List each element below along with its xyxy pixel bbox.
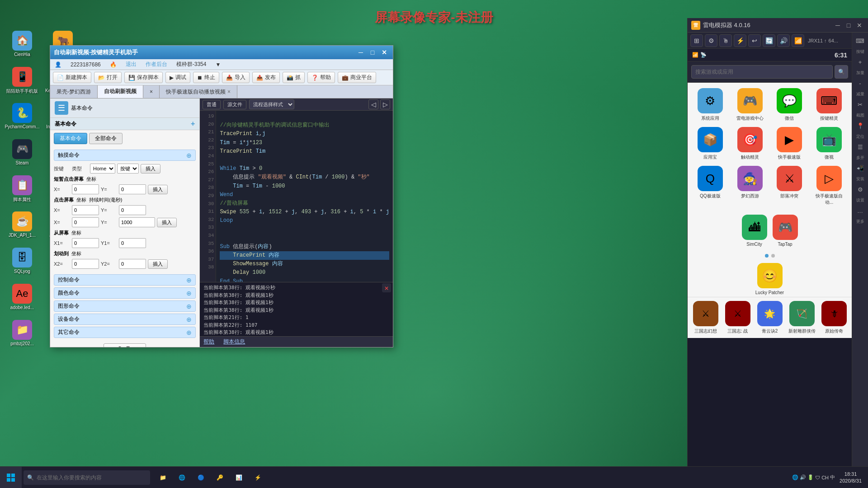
side-location-btn[interactable]: 📍 xyxy=(854,119,867,132)
app-item-menghuanxiyou[interactable]: 🧙 梦幻西游 xyxy=(733,166,767,206)
backend-btn[interactable]: 作者后台 xyxy=(146,61,167,68)
nav-next-btn[interactable]: ▷ xyxy=(380,99,390,109)
desktop-icon-momo[interactable]: 📱 陌陌助手手机版 xyxy=(2,65,42,101)
desktop-icon-scriptattr[interactable]: 📋 脚本属性 xyxy=(2,174,42,210)
click-y-input[interactable] xyxy=(119,205,146,215)
key-insert-btn[interactable]: 插入 xyxy=(141,164,160,174)
restore-btn[interactable]: □ xyxy=(368,47,377,57)
side-volume-up-btn[interactable]: + xyxy=(854,56,867,68)
goto-btn[interactable]: Go To xyxy=(104,343,146,347)
new-script-btn[interactable]: 📄 新建脚本 xyxy=(53,72,91,83)
app-item-buluo[interactable]: ⚔ 部落冲突 xyxy=(773,166,807,206)
home-select[interactable]: Home xyxy=(90,164,115,174)
app-item-luckypatcher[interactable]: 😊 Lucky Patcher xyxy=(755,263,784,295)
color-cmd-section[interactable]: 颜色命令 ⊕ xyxy=(54,287,196,299)
taskbar-keepass[interactable]: 🔑 xyxy=(211,469,229,487)
tab-close-btn[interactable]: × xyxy=(227,89,231,95)
code-editor[interactable]: 1920212223242526272829303132333435363738… xyxy=(200,111,393,282)
app-item-kuaishou[interactable]: ▶ 快手极速版 xyxy=(773,127,807,160)
publish-btn[interactable]: 📤 发布 xyxy=(252,72,280,83)
script-info-btn[interactable]: 脚本信息 xyxy=(223,338,245,346)
slide-y2-input[interactable] xyxy=(119,259,146,269)
start-button[interactable] xyxy=(0,467,22,488)
emu-volume-icon[interactable]: 🔊 xyxy=(777,34,790,47)
desktop-icon-adobe[interactable]: Ae adobe.led... xyxy=(2,282,42,318)
tab-close[interactable]: × xyxy=(143,85,160,98)
slide-x2-input[interactable] xyxy=(72,259,99,269)
script-help-btn[interactable]: 帮助 xyxy=(203,338,214,346)
app-item-sanguo1[interactable]: ⚔ 三国志幻想 xyxy=(691,301,720,334)
source-view-btn[interactable]: 源文件 xyxy=(223,100,246,109)
shape-cmd-section[interactable]: 图形命令 ⊕ xyxy=(54,300,196,312)
taskbar-file-explorer[interactable]: 📁 xyxy=(154,469,172,487)
app-item-weishi[interactable]: 📺 微视 xyxy=(812,127,846,160)
logout-btn[interactable]: 退出 xyxy=(126,61,137,68)
help-btn[interactable]: ❓ 帮助 xyxy=(307,72,335,83)
app-item-chudon[interactable]: 🎯 触动精灵 xyxy=(733,127,767,160)
side-volume-down-btn[interactable]: - xyxy=(854,77,867,89)
dropdown-arrow[interactable]: ▼ xyxy=(215,61,221,68)
taskbar-search-box[interactable]: 🔍 xyxy=(24,470,150,485)
taskbar-clock[interactable]: 18:31 2020/8/31 xyxy=(837,470,864,485)
side-screenshot-btn[interactable]: ✂ xyxy=(854,98,867,111)
desktop-icon-steam[interactable]: 🎮 Steam xyxy=(2,137,42,174)
desktop-icon-cienha[interactable]: 🏠 CienHia xyxy=(2,29,42,65)
trigger-section-title[interactable]: 触摸命令 ⊕ xyxy=(54,150,196,161)
flow-select[interactable]: 流程选择样式 xyxy=(249,99,294,109)
app-item-simcity[interactable]: 🏙 SimCity xyxy=(742,215,767,247)
app-item-system[interactable]: ⚙ 系统应用 xyxy=(693,88,727,122)
tab-huanxiyou[interactable]: 果壳-梦幻西游 xyxy=(50,85,98,98)
app-item-yuanshi[interactable]: 🗡 原始传奇 xyxy=(820,301,848,334)
emu-wifi-icon[interactable]: 📶 xyxy=(792,34,804,47)
emulator-search-input[interactable] xyxy=(691,65,833,79)
taskbar-app6[interactable]: ⚡ xyxy=(249,469,267,487)
app-item-shediao[interactable]: 🏹 新射雕群侠传 xyxy=(788,301,816,334)
close-btn[interactable]: ✕ xyxy=(379,47,389,57)
emulator-minimize-btn[interactable]: ─ xyxy=(833,20,843,30)
app-item-sanguo2[interactable]: ⚔ 三国志: 战 xyxy=(723,301,752,334)
side-install-btn[interactable]: 📲 xyxy=(854,162,867,174)
desktop-icon-pycharm[interactable]: 🐍 PycharmComm... xyxy=(2,101,42,137)
click-insert-btn[interactable]: 插入 xyxy=(157,218,177,227)
emulator-close-btn[interactable]: ✕ xyxy=(854,20,864,30)
taskbar-app5[interactable]: 📊 xyxy=(230,469,248,487)
save-btn[interactable]: 💾 保存脚本 xyxy=(124,72,163,83)
click-hold-x-input[interactable] xyxy=(72,217,99,227)
normal-view-btn[interactable]: 普通 xyxy=(203,100,221,109)
app-item-yingyongbao[interactable]: 📦 应用宝 xyxy=(693,127,727,160)
slide-y1-input[interactable] xyxy=(119,238,146,248)
taskbar-chrome[interactable]: 🔵 xyxy=(192,469,210,487)
side-keyboard-btn[interactable]: ⌨ xyxy=(854,34,867,47)
emu-tool-2[interactable]: ⚙ xyxy=(705,34,717,47)
taskbar-edge[interactable]: 🌐 xyxy=(173,469,191,487)
pause-x-input[interactable] xyxy=(72,184,99,194)
capture-btn[interactable]: 📸 抓 xyxy=(283,72,305,83)
emu-tool-6[interactable]: 🔄 xyxy=(763,34,775,47)
side-multi-btn[interactable]: ☰ xyxy=(854,141,867,153)
side-more-btn[interactable]: … xyxy=(854,204,867,217)
click-hold-input[interactable] xyxy=(119,217,155,227)
run-btn[interactable]: ▶ 调试 xyxy=(165,72,190,83)
control-cmd-section[interactable]: 控制命令 ⊕ xyxy=(54,274,196,286)
key-type-select[interactable]: 按键 xyxy=(117,164,139,174)
app-item-wechat[interactable]: 💬 微信 xyxy=(773,88,807,122)
cmd-tab-basic[interactable]: 基本命令 xyxy=(54,133,87,144)
import-btn[interactable]: 📥 导入 xyxy=(222,72,250,83)
taskbar-search-input[interactable] xyxy=(37,474,146,481)
app-item-taptap[interactable]: 🎮 TapTap xyxy=(773,215,798,247)
app-item-anjian[interactable]: ⌨ 按键精灵 xyxy=(812,88,846,122)
pause-y-input[interactable] xyxy=(119,184,146,194)
app-item-qqquick[interactable]: Q QQ极速版 xyxy=(693,166,727,206)
emulator-maximize-btn[interactable]: □ xyxy=(844,20,854,30)
code-content[interactable]: //向珍键精灵手机助手的调试信息窗口中输出 TracePrint i,j Tim… xyxy=(216,111,393,282)
minimize-btn[interactable]: ─ xyxy=(356,47,366,57)
app-item-kuaishou-auto[interactable]: ▷ 快手极速版自动... xyxy=(812,166,846,206)
click-x-input[interactable] xyxy=(72,205,99,215)
emulator-search-btn[interactable]: 🔍 xyxy=(835,65,848,79)
nav-prev-btn[interactable]: ◁ xyxy=(368,99,378,109)
emu-tool-1[interactable]: ⊞ xyxy=(690,34,703,47)
emu-tool-5[interactable]: ↩ xyxy=(748,34,761,47)
section-expand-icon[interactable]: + xyxy=(191,120,195,128)
slide-insert-btn[interactable]: 插入 xyxy=(148,259,168,269)
side-settings-btn[interactable]: ⚙ xyxy=(854,183,867,196)
